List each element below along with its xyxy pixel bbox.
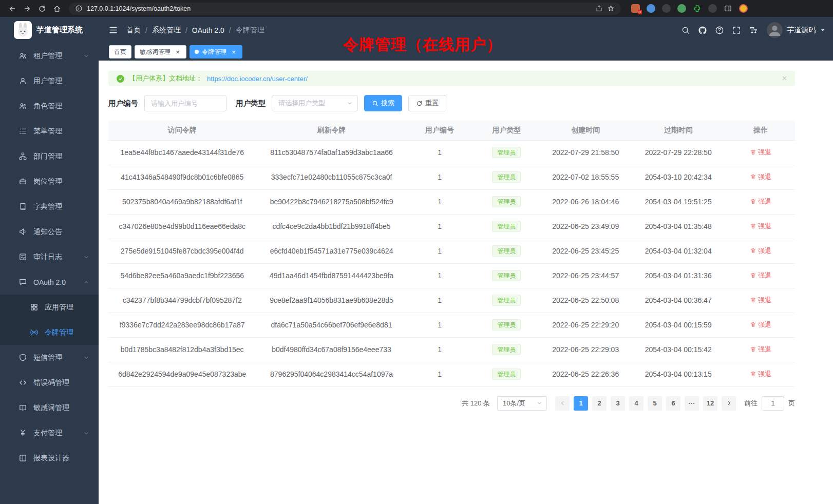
chevron-up-icon: [83, 279, 89, 285]
chevron-down-icon: [83, 254, 89, 260]
force-logout-button[interactable]: 强退: [750, 320, 771, 329]
user-icon: [18, 76, 27, 85]
extension-icon[interactable]: [677, 4, 686, 13]
user-id-cell: 1: [407, 263, 472, 288]
github-icon[interactable]: [694, 22, 711, 38]
force-logout-button[interactable]: 强退: [750, 296, 771, 305]
extension-icon[interactable]: 0: [631, 4, 640, 13]
sidebar-item-role[interactable]: 角色管理: [0, 93, 99, 119]
sidebar-item-post[interactable]: 岗位管理: [0, 169, 99, 194]
tab-2[interactable]: 令牌管理×: [190, 45, 242, 59]
sidebar-item-audit[interactable]: 审计日志: [0, 244, 99, 269]
close-tab-icon[interactable]: ×: [174, 48, 181, 55]
sidebar-item-token[interactable]: 令牌管理: [0, 320, 99, 345]
goto-page-input[interactable]: [762, 396, 784, 411]
user-menu[interactable]: 芋道源码: [767, 22, 825, 38]
sidebar-item-pay[interactable]: 支付管理: [0, 420, 99, 445]
force-logout-button[interactable]: 强退: [750, 345, 771, 354]
browser-forward-button[interactable]: [20, 2, 34, 15]
tab-1[interactable]: 敏感词管理×: [135, 45, 186, 59]
expire-time-cell: 2054-03-04 00:13:15: [630, 362, 726, 386]
force-logout-button[interactable]: 强退: [750, 172, 771, 182]
extension-icon[interactable]: [708, 4, 717, 13]
tab-0[interactable]: 首页: [109, 45, 131, 59]
next-page-button[interactable]: [722, 396, 736, 411]
sidebar-toggle-button[interactable]: [107, 24, 119, 36]
breadcrumb-separator: /: [145, 26, 147, 34]
user-name: 芋道源码: [787, 26, 816, 35]
puzzle-extensions-icon[interactable]: [693, 4, 702, 13]
user-type-badge: 管理员: [492, 270, 521, 281]
sidebar-item-dict[interactable]: 字典管理: [0, 194, 99, 219]
page-button-6[interactable]: 6: [666, 396, 680, 411]
prev-page-button[interactable]: [555, 396, 570, 411]
side-panel-icon[interactable]: [724, 4, 732, 13]
page-button-2[interactable]: 2: [592, 396, 607, 411]
address-bar[interactable]: 127.0.0.1:1024/system/oauth2/token: [69, 3, 621, 15]
browser-home-button[interactable]: [50, 2, 64, 15]
force-logout-button[interactable]: 强退: [750, 197, 771, 206]
doc-link[interactable]: https://doc.iocoder.cn/user-center/: [207, 75, 308, 83]
browser-chrome: 127.0.0.1:1024/system/oauth2/token 0: [0, 0, 833, 17]
force-logout-button[interactable]: 强退: [750, 271, 771, 280]
page-button-4[interactable]: 4: [629, 396, 643, 411]
browser-profile-avatar[interactable]: [739, 4, 748, 13]
search-icon[interactable]: [677, 22, 694, 38]
sidebar-item-sensitive[interactable]: 敏感词管理: [0, 395, 99, 420]
page-ellipsis[interactable]: ···: [685, 396, 699, 411]
breadcrumb-item[interactable]: OAuth 2.0: [192, 26, 224, 34]
page-button-1[interactable]: 1: [574, 396, 588, 411]
annotation-overlay: 令牌管理（在线用户）: [343, 34, 502, 55]
sidebar-item-menu[interactable]: 菜单管理: [0, 119, 99, 144]
user-id-cell: 1: [407, 288, 472, 313]
user-type-select[interactable]: 请选择用户类型: [272, 95, 358, 111]
browser-back-button[interactable]: [5, 2, 19, 15]
sidebar-item-dept[interactable]: 部门管理: [0, 144, 99, 169]
sidebar-item-user[interactable]: 用户管理: [0, 68, 99, 93]
force-logout-button[interactable]: 强退: [750, 246, 771, 256]
close-alert-icon[interactable]: ×: [782, 74, 787, 83]
refresh-token-cell: 49d1aa46d1454fbd87591444423be9fa: [256, 263, 407, 288]
table-row: b0d1785bc3a8482f812db4a3f3bd15ecb0df4980…: [108, 337, 795, 362]
table-row: c342377bf8b344799dcbf7bf095287f29ce8ef2a…: [108, 288, 795, 313]
expire-time-cell: 2054-03-10 20:42:34: [630, 165, 726, 189]
search-button[interactable]: 搜索: [364, 95, 402, 111]
font-size-icon[interactable]: [745, 22, 762, 38]
chevron-down-icon: [347, 100, 353, 106]
sidebar-item-sms[interactable]: 短信管理: [0, 345, 99, 370]
browser-refresh-button[interactable]: [35, 2, 49, 15]
page-size-select[interactable]: 10条/页: [497, 396, 547, 411]
help-icon[interactable]: [711, 22, 728, 38]
user-type-badge: 管理员: [492, 171, 521, 183]
page-button-3[interactable]: 3: [611, 396, 625, 411]
breadcrumb-item[interactable]: 首页: [126, 26, 141, 35]
sidebar-item-oauth[interactable]: OAuth 2.0: [0, 269, 99, 295]
bookmark-star-icon[interactable]: [607, 5, 615, 12]
fullscreen-icon[interactable]: [728, 22, 745, 38]
force-logout-button[interactable]: 强退: [750, 222, 771, 231]
share-icon[interactable]: [595, 5, 603, 12]
expire-time-cell: 2054-03-04 19:51:25: [630, 189, 726, 214]
reset-button[interactable]: 重置: [408, 95, 446, 111]
extension-icon[interactable]: [647, 4, 655, 13]
page-button-5[interactable]: 5: [648, 396, 662, 411]
force-logout-button[interactable]: 强退: [750, 370, 771, 379]
extension-icon[interactable]: [662, 4, 671, 13]
breadcrumb-item[interactable]: 系统管理: [152, 26, 181, 35]
sidebar-item-report[interactable]: 报表设计器: [0, 445, 99, 471]
sidebar-item-tenant[interactable]: 租户管理: [0, 43, 99, 68]
app-logo-area[interactable]: 芋道管理系统: [0, 17, 99, 43]
create-time-cell: 2022-06-25 23:49:09: [541, 214, 630, 239]
sidebar-item-notice[interactable]: 通知公告: [0, 219, 99, 244]
column-header: 过期时间: [630, 121, 726, 140]
page-button-12[interactable]: 12: [703, 396, 717, 411]
sidebar-item-app[interactable]: 应用管理: [0, 295, 99, 320]
chevron-down-icon: [83, 355, 89, 361]
user-id-input[interactable]: [144, 95, 226, 111]
refresh-token-cell: cdfc4ce9c2da4bb1bdf21b9918ff4be5: [256, 214, 407, 239]
close-tab-icon[interactable]: ×: [230, 48, 237, 55]
force-logout-button[interactable]: 强退: [750, 148, 771, 157]
site-info-icon[interactable]: [75, 5, 83, 12]
sidebar-item-errcode[interactable]: 错误码管理: [0, 370, 99, 395]
app-logo: [14, 21, 32, 39]
